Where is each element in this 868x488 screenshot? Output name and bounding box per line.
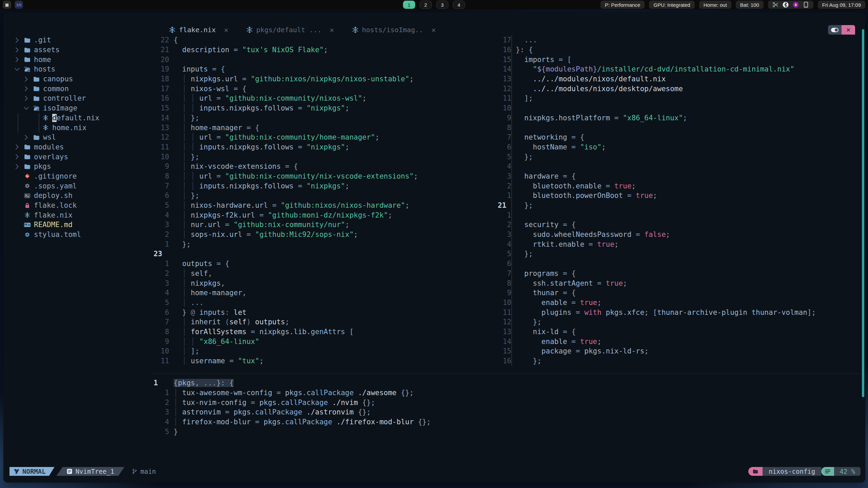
line-content[interactable]: │ ]; [169, 346, 199, 356]
tree-item-overlays[interactable]: overlays [3, 152, 150, 162]
line-content[interactable] [511, 259, 516, 269]
nix-launcher-icon[interactable]: $N [15, 1, 23, 9]
tab-flake.nix[interactable]: flake.nix× [160, 26, 237, 34]
chevron-right-icon[interactable] [15, 164, 24, 169]
line-content[interactable]: } [169, 427, 178, 436]
tree-item-controller[interactable]: controller [3, 94, 150, 103]
line-content[interactable]: { [169, 35, 178, 45]
line-content[interactable]: enable = true; [511, 337, 601, 346]
tab-pkgs-default-...[interactable]: pkgs/default ...× [237, 26, 343, 34]
window-toggle-button[interactable] [828, 25, 842, 35]
line-content[interactable]: }; [511, 201, 533, 210]
line-content[interactable]: inputs = { [169, 64, 225, 74]
tree-item-flake.lock[interactable]: flake.lock [3, 201, 150, 210]
line-content[interactable]: │ username = "tux"; [169, 356, 264, 366]
workspace-1[interactable]: 1 [403, 1, 415, 9]
line-content[interactable]: }; [511, 152, 533, 162]
tree-item-modules[interactable]: modules [3, 142, 150, 152]
chevron-right-icon[interactable] [15, 38, 24, 43]
line-content[interactable]: │ │ url = "github:nix-community/home-man… [169, 133, 379, 142]
line-content[interactable]: │ nixpkgs, [169, 278, 225, 288]
tab-close-icon[interactable]: × [431, 26, 436, 34]
workspace-2[interactable]: 2 [420, 1, 432, 9]
line-content[interactable]: nixpkgs.hostPlatform = "x86_64-linux"; [511, 113, 687, 123]
line-content[interactable] [169, 55, 174, 64]
chevron-right-icon[interactable] [24, 96, 33, 101]
tree-item-home[interactable]: home [3, 55, 150, 64]
line-content[interactable]: networking = { [511, 133, 584, 142]
tree-item-isoImage[interactable]: isoImage [3, 103, 150, 113]
chevron-right-icon[interactable] [15, 154, 24, 159]
line-content[interactable]: {pkgs, ...}: { [169, 378, 234, 388]
line-content[interactable]: enable = true; [511, 298, 601, 308]
line-content[interactable]: │ self, [169, 269, 212, 279]
line-content[interactable]: hostName = "iso"; [511, 142, 606, 152]
line-content[interactable]: │ firefox-mod-blur = pkgs.callPackage ./… [169, 417, 431, 427]
workspace-4[interactable]: 4 [453, 1, 465, 9]
line-content[interactable]: │ forAllSystems = nixpkgs.lib.genAttrs [ [169, 327, 354, 337]
line-content[interactable]: rtkit.enable = true; [511, 239, 618, 249]
tree-item-common[interactable]: common [3, 84, 150, 94]
line-content[interactable]: bluetooth.powerOnBoot = true; [511, 191, 657, 201]
line-content[interactable]: plugins = with pkgs.xfce; [thunar-archiv… [511, 307, 816, 317]
line-content[interactable]: }; [169, 239, 191, 249]
tree-item-assets[interactable]: assets [3, 45, 150, 55]
chevron-right-icon[interactable] [24, 77, 33, 82]
tab-close-icon[interactable]: × [330, 26, 334, 34]
tree-item-default.nix[interactable]: default.nix [3, 113, 150, 123]
workspace-3[interactable]: 3 [436, 1, 449, 9]
line-content[interactable]: │ sops-nix.url = "github:Mic92/sops-nix"… [169, 230, 358, 240]
line-content[interactable]: } @ inputs: let [169, 307, 246, 317]
line-content[interactable] [511, 103, 516, 113]
line-content[interactable]: }; [511, 249, 533, 259]
line-content[interactable]: │ nixpkgs-f2k.url = "github:moni-dz/nixp… [169, 210, 392, 220]
line-content[interactable]: programs = { [511, 269, 576, 279]
line-content[interactable]: package = pkgs.nix-ld-rs; [511, 346, 649, 356]
line-content[interactable]: │ │ url = "github:nix-community/nixos-ws… [169, 94, 367, 103]
line-content[interactable]: │ }; [169, 191, 199, 201]
chevron-right-icon[interactable] [24, 86, 33, 91]
window-close-button[interactable]: × [842, 25, 855, 35]
apps-grid-icon[interactable]: ▦ [3, 1, 11, 9]
line-content[interactable]: "${modulesPath}/installer/cd-dvd/install… [511, 64, 794, 74]
line-content[interactable]: │ tux-awesome-wm-config = pkgs.callPacka… [169, 388, 414, 398]
line-content[interactable]: imports = [ [511, 55, 571, 64]
line-content[interactable]: description = "tux's NixOS Flake"; [169, 45, 328, 55]
line-content[interactable]: │ home-manager = { [169, 123, 259, 133]
tree-item-deploy.sh[interactable]: deploy.sh [3, 191, 150, 201]
chevron-right-icon[interactable] [24, 135, 33, 140]
chevron-right-icon[interactable] [15, 57, 24, 62]
line-content[interactable]: }: { [511, 45, 533, 55]
line-content[interactable]: │ │ "x86_64-linux" [169, 337, 259, 346]
tab-hosts-isoImag..[interactable]: hosts/isoImag..× [343, 26, 445, 34]
tree-item-canopus[interactable]: canopus [3, 74, 150, 84]
tree-item-pkgs[interactable]: pkgs [3, 162, 150, 171]
line-content[interactable] [511, 123, 516, 133]
line-content[interactable] [511, 210, 516, 220]
scrollbar[interactable] [862, 29, 864, 397]
tree-item-README.md[interactable]: README.md [3, 220, 150, 230]
line-content[interactable]: ssh.startAgent = true; [511, 278, 627, 288]
chevron-right-icon[interactable] [15, 47, 24, 53]
tree-item-.gitignore[interactable]: .gitignore [3, 171, 150, 181]
line-content[interactable]: │ │ inputs.nixpkgs.follows = "nixpkgs"; [169, 103, 349, 113]
line-content[interactable]: ]; [511, 94, 533, 103]
tree-item-stylua.toml[interactable]: stylua.toml [3, 230, 150, 240]
chevron-down-icon[interactable] [24, 106, 33, 111]
line-content[interactable]: │ ... [169, 298, 204, 308]
line-content[interactable] [511, 162, 516, 171]
chevron-right-icon[interactable] [15, 144, 24, 149]
tree-item-.git[interactable]: .git [3, 35, 150, 45]
tree-item-flake.nix[interactable]: flake.nix [3, 210, 150, 220]
line-content[interactable]: │ inherit (self) outputs; [169, 317, 289, 327]
line-content[interactable]: ../../modules/nixos/default.nix [511, 74, 666, 84]
line-content[interactable]: │ nixos-hardware.url = "github:nixos/nix… [169, 201, 409, 210]
line-content[interactable]: ../../modules/nixos/desktop/awesome [511, 84, 683, 94]
tree-item-home.nix[interactable]: home.nix [3, 123, 150, 133]
line-content[interactable] [169, 249, 174, 259]
tree-item-wsl[interactable]: wsl [3, 133, 150, 142]
line-content[interactable]: │ nixos-wsl = { [169, 84, 246, 94]
line-content[interactable]: │ }; [169, 113, 199, 123]
flame-icon[interactable] [793, 2, 799, 8]
line-content[interactable]: sudo.wheelNeedsPassword = false; [511, 230, 670, 240]
